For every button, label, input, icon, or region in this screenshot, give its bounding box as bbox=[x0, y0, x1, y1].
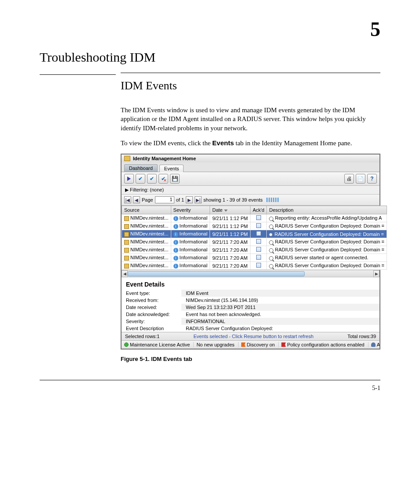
export-button[interactable] bbox=[356, 174, 365, 184]
resume-button[interactable] bbox=[124, 174, 134, 184]
filter-row[interactable]: ▶ Filtering: (none) bbox=[122, 186, 379, 195]
ack-checkbox[interactable] bbox=[256, 263, 261, 268]
user-icon bbox=[371, 342, 376, 347]
magnify-icon[interactable] bbox=[269, 224, 273, 229]
col-date[interactable]: Date bbox=[210, 206, 251, 214]
pager-row: |◀ ◀ Page 1 of 1 ▶ ▶| showing 1 - 39 of … bbox=[122, 195, 379, 206]
table-row[interactable]: NIMDev.nimtest...iInformational9/21/11 7… bbox=[122, 254, 387, 262]
first-page-button[interactable]: |◀ bbox=[124, 196, 131, 203]
info-icon: i bbox=[173, 256, 178, 261]
ack-checkbox[interactable] bbox=[256, 215, 261, 220]
info-icon: i bbox=[173, 248, 178, 253]
table-row[interactable]: NIMDev.nimtest...iInformational9/21/11 7… bbox=[122, 246, 387, 254]
val-date-ack: Event has not been acknowledged. bbox=[181, 311, 379, 318]
next-page-button[interactable]: ▶ bbox=[186, 196, 193, 203]
source-icon bbox=[124, 232, 129, 237]
info-icon: i bbox=[173, 264, 178, 269]
status-discovery: Discovery on bbox=[247, 342, 275, 347]
status-admin: Administrator bbox=[377, 342, 379, 347]
magnify-icon[interactable] bbox=[269, 256, 273, 261]
last-page-button[interactable]: ▶| bbox=[195, 196, 202, 203]
magnify-icon[interactable] bbox=[269, 217, 273, 221]
chapter-title: Troubleshooting IDM bbox=[40, 50, 380, 65]
unack-button[interactable] bbox=[158, 174, 168, 184]
license-ok-icon bbox=[124, 342, 129, 347]
source-icon bbox=[124, 256, 129, 261]
ack-checkbox[interactable] bbox=[256, 247, 261, 252]
ack-checkbox[interactable] bbox=[256, 255, 261, 260]
page-label: Page bbox=[142, 197, 153, 202]
col-source[interactable]: Source bbox=[122, 206, 171, 214]
total-rows: Total rows:39 bbox=[347, 334, 376, 339]
selected-rows: Selected rows:1 bbox=[125, 334, 159, 339]
magnify-icon[interactable] bbox=[269, 248, 273, 253]
val-date-received: Wed Sep 21 13:12:33 PDT 2011 bbox=[181, 304, 379, 311]
info-icon: i bbox=[173, 216, 178, 221]
selected-indicator-icon bbox=[269, 233, 273, 236]
chapter-number: 5 bbox=[40, 18, 380, 41]
status-hint: Events selected - Click Resume button to… bbox=[193, 334, 313, 339]
info-icon: i bbox=[173, 240, 178, 245]
val-received-from: NIMDev.nimtest (15.146.194.189) bbox=[181, 297, 379, 304]
ack-button-2[interactable] bbox=[147, 174, 157, 184]
source-icon bbox=[124, 240, 129, 245]
page-input[interactable]: 1 bbox=[155, 196, 174, 203]
lbl-date-received: Date received: bbox=[122, 304, 181, 311]
table-row[interactable]: NIMDev.nimtest...iInformational9/21/11 1… bbox=[122, 222, 387, 230]
col-ackd[interactable]: Ack'd bbox=[250, 206, 267, 214]
rule-left bbox=[40, 74, 116, 75]
lbl-received-from: Received from: bbox=[122, 297, 181, 304]
ack-button-1[interactable] bbox=[136, 174, 145, 184]
para2-post: tab in the Identity Management Home pane… bbox=[234, 140, 352, 147]
magnify-icon[interactable] bbox=[269, 264, 273, 269]
toolbar bbox=[122, 172, 379, 186]
paragraph-2: To view the IDM events, click the Events… bbox=[121, 139, 380, 147]
val-event-type: IDM Event bbox=[181, 290, 379, 297]
table-row[interactable]: NIMDev.nimtest...iInformational9/21/11 7… bbox=[122, 262, 387, 270]
event-details-title: Event Details bbox=[122, 277, 379, 290]
tab-dashboard[interactable]: Dashboard bbox=[124, 164, 158, 172]
lbl-event-type: Event type: bbox=[122, 290, 181, 297]
figure-screenshot: Identity Management Home Dashboard Event… bbox=[121, 154, 380, 349]
print-button[interactable] bbox=[344, 174, 354, 184]
info-icon: i bbox=[173, 224, 178, 229]
status-license: Maintenance License Active bbox=[130, 342, 190, 347]
val-severity: INFORMATIONAL bbox=[181, 318, 379, 325]
tabs-row: Dashboard Events bbox=[122, 162, 379, 172]
col-description[interactable]: Description bbox=[267, 206, 387, 214]
ack-checkbox[interactable] bbox=[256, 223, 261, 228]
footer-rule bbox=[40, 380, 380, 380]
horizontal-scrollbar[interactable]: ◀ ▶ bbox=[122, 270, 379, 277]
pager-showing: showing 1 - 39 of 39 events bbox=[203, 197, 263, 202]
lbl-severity: Severity: bbox=[122, 318, 181, 325]
table-row[interactable]: NIMDev.nimtest...iInformational9/21/11 1… bbox=[122, 230, 387, 238]
page-of: of 1 bbox=[176, 197, 184, 202]
policy-flag-icon bbox=[281, 342, 286, 347]
source-icon bbox=[124, 264, 129, 269]
col-severity[interactable]: Severity bbox=[171, 206, 210, 214]
window-titlebar: Identity Management Home bbox=[122, 155, 379, 162]
para2-pre: To view the IDM events, click the bbox=[121, 140, 212, 147]
window-title: Identity Management Home bbox=[133, 156, 196, 161]
prev-page-button[interactable]: ◀ bbox=[133, 196, 140, 203]
save-button[interactable] bbox=[170, 174, 180, 184]
ack-checkbox[interactable] bbox=[256, 231, 261, 236]
table-row[interactable]: NIMDev.nimtest...iInformational9/21/11 1… bbox=[122, 214, 387, 222]
tab-events[interactable]: Events bbox=[159, 165, 184, 172]
lbl-event-desc: Event Description bbox=[122, 325, 181, 332]
magnify-icon[interactable] bbox=[269, 240, 273, 245]
source-icon bbox=[124, 216, 129, 221]
scroll-left-button[interactable]: ◀ bbox=[122, 270, 128, 277]
events-table: Source Severity Date Ack'd Description N… bbox=[122, 206, 387, 270]
status-policy: Policy configuration actions enabled bbox=[287, 342, 365, 347]
paragraph-1: The IDM Events window is used to view an… bbox=[121, 106, 380, 132]
discovery-flag-icon bbox=[241, 342, 246, 347]
help-button[interactable] bbox=[367, 174, 377, 184]
source-icon bbox=[124, 248, 129, 253]
ack-checkbox[interactable] bbox=[256, 239, 261, 244]
figure-caption: Figure 5-1. IDM Events tab bbox=[121, 356, 380, 362]
info-icon: i bbox=[173, 232, 178, 237]
table-row[interactable]: NIMDev.nimtest...iInformational9/21/11 7… bbox=[122, 238, 387, 246]
scroll-right-button[interactable]: ▶ bbox=[373, 270, 379, 277]
val-event-desc: RADIUS Server Configuration Deployed: bbox=[181, 325, 379, 332]
